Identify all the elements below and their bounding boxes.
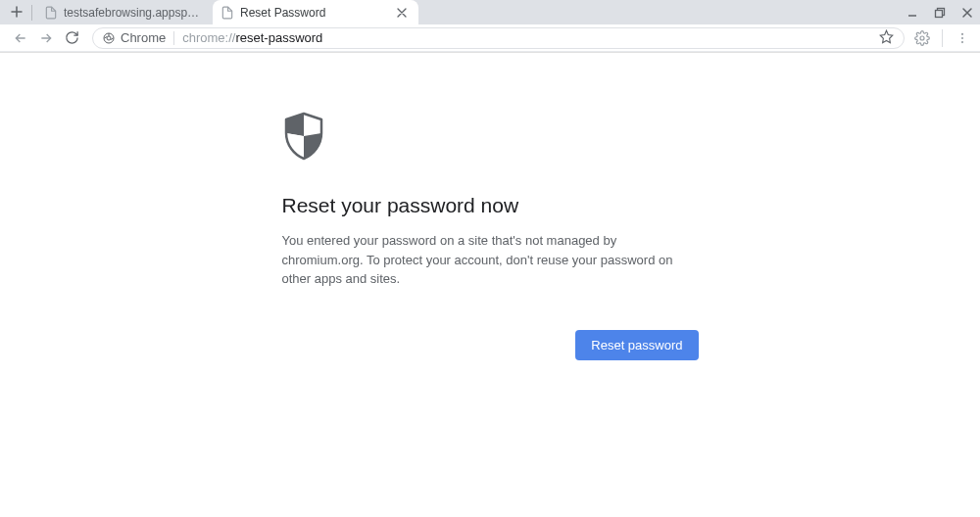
file-icon	[220, 6, 234, 20]
svg-point-5	[961, 32, 963, 34]
toolbar: Chrome chrome://reset-password	[0, 24, 980, 52]
toolbar-right	[912, 28, 972, 48]
toolbar-separator	[942, 29, 943, 47]
tab-inactive[interactable]: testsafebrowsing.appspot.com/s/bad_log	[36, 0, 213, 24]
shield-icon	[282, 112, 699, 164]
svg-rect-1	[936, 10, 943, 17]
tab-title: Reset Password	[240, 6, 389, 20]
address-bar[interactable]: Chrome chrome://reset-password	[92, 27, 905, 49]
svg-point-7	[961, 41, 963, 43]
page-content: Reset your password now You entered your…	[0, 53, 980, 360]
svg-point-6	[961, 36, 963, 38]
minimize-button[interactable]	[906, 6, 919, 20]
forward-button[interactable]	[33, 25, 59, 51]
tab-title: testsafebrowsing.appspot.com/s/bad_log	[64, 6, 203, 20]
svg-point-4	[920, 36, 924, 40]
close-tab-button[interactable]	[395, 6, 409, 20]
tab-active[interactable]: Reset Password	[213, 0, 418, 24]
chrome-icon	[103, 32, 115, 44]
site-info-chip[interactable]: Chrome	[103, 30, 166, 45]
maximize-button[interactable]	[933, 6, 947, 20]
menu-button[interactable]	[953, 28, 972, 48]
new-tab-button[interactable]	[6, 1, 27, 23]
reset-password-interstitial: Reset your password now You entered your…	[282, 112, 699, 360]
reload-button[interactable]	[59, 25, 84, 51]
page-heading: Reset your password now	[282, 194, 699, 217]
button-row: Reset password	[282, 330, 699, 360]
gear-icon[interactable]	[912, 28, 932, 48]
bookmark-star-icon[interactable]	[879, 29, 894, 47]
site-chip-label: Chrome	[121, 30, 166, 45]
back-button[interactable]	[8, 25, 33, 51]
tab-separator	[31, 5, 32, 21]
page-body-text: You entered your password on a site that…	[282, 231, 699, 289]
url-text: chrome://reset-password	[182, 30, 871, 45]
close-window-button[interactable]	[960, 6, 974, 20]
svg-point-3	[107, 36, 111, 40]
omnibox-divider	[173, 31, 174, 45]
reset-password-button[interactable]: Reset password	[575, 330, 698, 360]
tab-strip: testsafebrowsing.appspot.com/s/bad_log R…	[0, 0, 980, 24]
file-icon	[44, 6, 58, 20]
window-controls	[906, 0, 974, 24]
